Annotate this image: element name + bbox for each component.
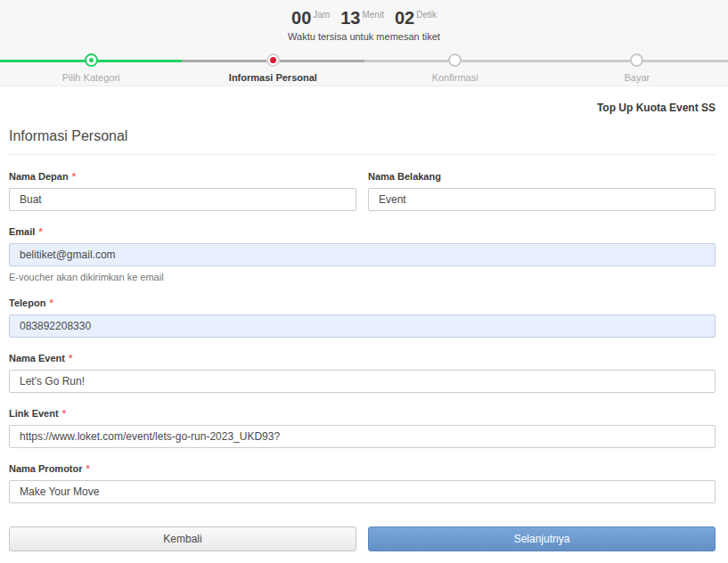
email-input[interactable] — [9, 243, 716, 266]
timer-caption: Waktu tersisa untuk memesan tiket — [0, 31, 728, 42]
timer-seconds-label: Detik — [416, 9, 437, 20]
progress-stepper: Pilih Kategori Informasi Personal Konfir… — [0, 49, 728, 86]
email-label: Email * — [9, 226, 716, 237]
step-pilih-kategori[interactable]: Pilih Kategori — [0, 53, 182, 83]
step-label: Informasi Personal — [182, 72, 364, 83]
next-button[interactable]: Selanjutnya — [368, 526, 716, 551]
promoter-name-input[interactable] — [9, 480, 716, 503]
form-actions: Kembali Selanjutnya — [9, 526, 716, 551]
timer-minutes-label: Menit — [362, 9, 383, 20]
main-content: Top Up Kuota Event SS Informasi Personal… — [0, 86, 728, 551]
field-promoter-name: Nama Promotor * — [9, 463, 716, 503]
timer-minutes-value: 13 — [340, 9, 360, 27]
field-event-name: Nama Event * — [9, 353, 716, 393]
first-name-input[interactable] — [9, 188, 356, 211]
timer-hours-value: 00 — [291, 9, 311, 27]
required-asterisk: * — [72, 171, 76, 182]
checkout-header: 00 Jam 13 Menit 02 Detik Waktu tersisa u… — [0, 0, 728, 86]
step-active-dot-icon — [266, 53, 280, 67]
event-name-input[interactable] — [9, 370, 716, 393]
order-context-title: Top Up Kuota Event SS — [9, 86, 716, 114]
timer-seconds: 02 Detik — [395, 9, 437, 27]
timer-seconds-value: 02 — [395, 9, 414, 27]
step-done-dot-icon — [85, 53, 98, 67]
required-asterisk: * — [69, 353, 72, 363]
timer-hours: 00 Jam — [291, 9, 330, 27]
step-label: Bayar — [546, 72, 728, 83]
last-name-input[interactable] — [368, 188, 716, 211]
timer-minutes: 13 Menit — [340, 9, 384, 27]
first-name-label: Nama Depan * — [9, 171, 356, 182]
countdown-timer: 00 Jam 13 Menit 02 Detik — [0, 9, 728, 27]
field-last-name: Nama Belakang — [368, 171, 716, 211]
step-upcoming-dot-icon — [630, 53, 643, 67]
page-title: Informasi Personal — [9, 128, 716, 155]
step-konfirmasi: Konfirmasi — [364, 53, 546, 83]
field-phone: Telepon * — [9, 298, 716, 338]
step-informasi-personal[interactable]: Informasi Personal — [182, 53, 364, 83]
phone-input[interactable] — [9, 314, 716, 338]
event-link-label: Link Event * — [9, 408, 716, 419]
field-event-link: Link Event * — [9, 408, 716, 448]
field-first-name: Nama Depan * — [9, 171, 356, 211]
back-button[interactable]: Kembali — [9, 526, 356, 551]
event-name-label: Nama Event * — [9, 353, 716, 363]
step-upcoming-dot-icon — [448, 53, 462, 67]
required-asterisk: * — [49, 298, 53, 308]
timer-hours-label: Jam — [313, 9, 330, 20]
step-label: Konfirmasi — [364, 72, 546, 83]
required-asterisk: * — [38, 226, 42, 237]
last-name-label: Nama Belakang — [368, 171, 716, 182]
event-link-input[interactable] — [9, 425, 716, 448]
email-helper-text: E-voucher akan dikirimkan ke email — [9, 272, 716, 282]
required-asterisk: * — [62, 408, 66, 419]
step-label: Pilih Kategori — [0, 72, 182, 83]
step-bayar: Bayar — [546, 53, 728, 83]
promoter-name-label: Nama Promotor * — [9, 463, 716, 474]
field-email: Email * E-voucher akan dikirimkan ke ema… — [9, 226, 716, 282]
required-asterisk: * — [86, 463, 90, 474]
phone-label: Telepon * — [9, 298, 716, 308]
personal-info-form: Nama Depan * Nama Belakang Email * E-vou… — [9, 171, 716, 503]
